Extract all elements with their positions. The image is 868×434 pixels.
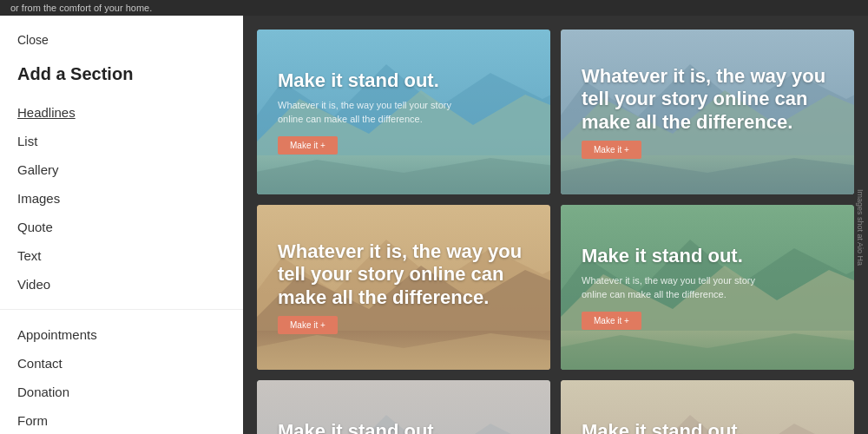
nav-divider [0,309,243,310]
side-note: Images shot at Aio Ha [856,189,865,266]
sidebar-item-form[interactable]: Form [17,406,226,434]
cards-grid: Make it stand out.Whatever it is, the wa… [243,16,868,434]
sidebar-item-appointments[interactable]: Appointments [17,320,226,349]
card-btn-card-1[interactable]: Make it + [278,136,338,155]
sidebar-title: Add a Section [0,57,243,98]
card-card-6[interactable]: Make it stand out.Whatever it is, the wa… [561,380,854,434]
card-title-card-4: Make it stand out. [582,245,833,267]
card-overlay-card-4: Make it stand out.Whatever it is, the wa… [561,205,854,370]
card-title-card-1: Make it stand out. [278,69,529,92]
card-overlay-card-3: Whatever it is, the way you tell your st… [257,205,550,370]
card-card-2[interactable]: Whatever it is, the way you tell your st… [561,30,854,194]
card-btn-card-2[interactable]: Make it + [582,141,641,159]
card-overlay-card-6: Make it stand out.Whatever it is, the wa… [561,380,854,434]
card-overlay-card-5: Make it stand out.Whatever it is, the wa… [257,380,550,434]
card-card-5[interactable]: Make it stand out.Whatever it is, the wa… [257,380,550,434]
top-bar: or from the comfort of your home. [0,0,868,16]
sidebar-item-images[interactable]: Images [17,184,226,213]
card-title-card-5: Make it stand out. [278,420,529,434]
nav-secondary: AppointmentsContactDonationFormNewslette… [0,320,243,434]
card-overlay-card-1: Make it stand out.Whatever it is, the wa… [257,30,550,194]
card-subtitle-card-1: Whatever it is, the way you tell your st… [278,99,451,126]
modal-overlay: Close Add a Section HeadlinesListGallery… [0,16,868,434]
card-btn-card-4[interactable]: Make it + [582,312,641,330]
nav-primary: HeadlinesListGalleryImagesQuoteTextVideo [0,98,243,299]
card-subtitle-card-4: Whatever it is, the way you tell your st… [582,274,755,301]
sidebar-item-gallery[interactable]: Gallery [17,155,226,184]
sidebar-item-video[interactable]: Video [17,270,226,299]
card-btn-card-3[interactable]: Make it + [278,316,338,334]
card-title-card-2: Whatever it is, the way you tell your st… [582,65,833,134]
sidebar-item-list[interactable]: List [17,127,226,155]
card-card-3[interactable]: Whatever it is, the way you tell your st… [257,205,550,370]
sidebar-item-headlines[interactable]: Headlines [17,98,226,127]
sidebar: Close Add a Section HeadlinesListGallery… [0,16,243,434]
card-card-4[interactable]: Make it stand out.Whatever it is, the wa… [561,205,854,370]
sidebar-item-quote[interactable]: Quote [17,213,226,241]
card-card-1[interactable]: Make it stand out.Whatever it is, the wa… [257,30,550,194]
card-overlay-card-2: Whatever it is, the way you tell your st… [561,30,854,194]
card-title-card-6: Make it stand out. [582,420,833,434]
sidebar-item-contact[interactable]: Contact [17,349,226,378]
top-bar-text: or from the comfort of your home. [10,3,152,13]
close-button[interactable]: Close [0,30,243,57]
sidebar-item-text[interactable]: Text [17,241,226,270]
sidebar-item-donation[interactable]: Donation [17,378,226,406]
card-title-card-3: Whatever it is, the way you tell your st… [278,240,529,309]
